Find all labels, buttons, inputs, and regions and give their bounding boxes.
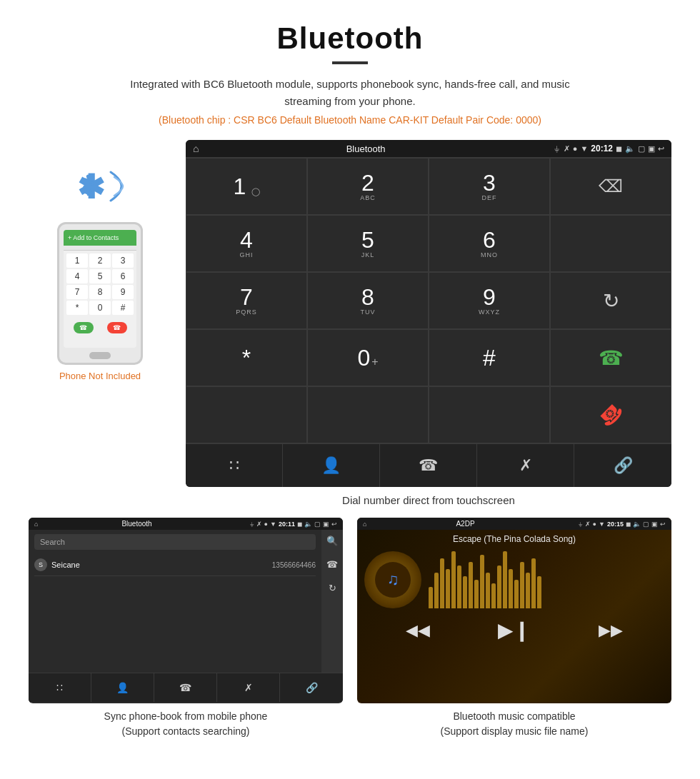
- call-red-icon: ☎: [594, 398, 628, 432]
- svg-text:⚕: ⚕: [80, 171, 95, 201]
- dial-num-1: 1: [233, 174, 246, 199]
- phonebook-item: ⌂ Bluetooth ⏚ ✗ ● ▼ 20:11 ◼ 🔈 ▢ ▣ ↩: [29, 518, 343, 739]
- status-time: 20:12: [591, 144, 613, 154]
- viz-bar-6: [457, 566, 461, 608]
- viz-bar-4: [446, 569, 450, 608]
- search-placeholder: Search: [40, 538, 65, 546]
- toolbar-btn-grid[interactable]: ∷: [186, 444, 283, 487]
- contact-letter-s: S: [34, 558, 47, 571]
- pb-status-icons: ✗ ● ▼ 20:11 ◼ 🔈 ▢ ▣ ↩: [256, 521, 337, 528]
- dial-key-6[interactable]: 6 MNO: [429, 215, 550, 272]
- pb-time: 20:11: [279, 521, 295, 528]
- dial-screen-wrap: ⌂ Bluetooth ⏚ ✗ ● ▼ 20:12 ◼ 🔈 ▢ ▣ ↩: [186, 140, 671, 487]
- music-close-icon: ▢: [643, 521, 649, 528]
- dial-num-3: 3: [482, 171, 497, 194]
- bluetooth-status-icon: ✗: [564, 144, 570, 154]
- music-back-icon: ↩: [660, 521, 666, 528]
- viz-bar-14: [503, 551, 507, 608]
- call-green-icon: ☎: [599, 346, 624, 370]
- dial-key-3[interactable]: 3 DEF: [429, 158, 550, 215]
- dial-key-refresh[interactable]: ↻: [550, 272, 671, 329]
- phone-key-9: 9: [112, 285, 134, 299]
- dial-sub-2: ABC: [360, 194, 376, 201]
- pb-loc-icon: ●: [264, 521, 268, 528]
- viz-bar-5: [451, 551, 456, 608]
- dial-key-backspace[interactable]: ⌫: [550, 158, 671, 215]
- contact-row: S Seicane 13566664466: [34, 554, 316, 576]
- viz-bar-3: [440, 558, 444, 608]
- window-icon: ▣: [648, 144, 655, 154]
- dial-key-7[interactable]: 7 PQRS: [186, 272, 307, 329]
- phone-key-7: 7: [66, 285, 88, 299]
- prev-button[interactable]: ◀◀: [406, 621, 430, 640]
- song-title: Escape (The Pina Colada Song): [357, 530, 671, 544]
- phone-key-3: 3: [112, 253, 134, 268]
- dial-num-star: *: [242, 346, 251, 369]
- contact-name: Seicane: [51, 561, 272, 569]
- viz-bar-19: [531, 558, 536, 608]
- dial-num-0: 0: [357, 346, 370, 369]
- next-button[interactable]: ▶▶: [599, 621, 623, 640]
- pb-refresh-icon[interactable]: ↻: [329, 583, 336, 593]
- pb-phone-icon[interactable]: ☎: [326, 559, 338, 570]
- pb-back-icon: ↩: [331, 521, 337, 528]
- bluetooth-waves-icon: ✱ ⚕: [71, 161, 129, 211]
- search-bar[interactable]: Search: [34, 534, 316, 550]
- volume-icon: 🔈: [625, 144, 635, 154]
- music-bt-icon: ✗: [585, 521, 591, 528]
- page-header: Bluetooth Integrated with BC6 Bluetooth …: [0, 0, 700, 133]
- dial-key-hash[interactable]: #: [429, 329, 550, 386]
- dial-num-7: 7: [236, 286, 257, 308]
- pb-toolbar-grid[interactable]: ∷: [29, 673, 91, 702]
- music-usb-icon: ⏚: [579, 521, 582, 528]
- dial-caption: Dial number direct from touchscreen: [157, 494, 700, 506]
- location-icon: ●: [573, 144, 578, 153]
- viz-bar-1: [429, 587, 433, 608]
- dial-key-2[interactable]: 2 ABC: [307, 158, 429, 215]
- dial-key-8[interactable]: 8 TUV: [307, 272, 429, 329]
- dial-screen: ⌂ Bluetooth ⏚ ✗ ● ▼ 20:12 ◼ 🔈 ▢ ▣ ↩: [186, 140, 671, 487]
- dial-screen-title: Bluetooth: [186, 144, 550, 154]
- toolbar-btn-bluetooth[interactable]: ✗: [477, 444, 574, 487]
- music-screen-title: A2DP: [357, 520, 576, 528]
- dial-key-1[interactable]: 1 ◯: [186, 158, 307, 215]
- dial-key-0[interactable]: 0 +: [307, 329, 429, 386]
- phone-mockup: + Add to Contacts 1 2 3 4 5 6 7 8 9 * 0: [57, 222, 143, 365]
- dial-key-call-green[interactable]: ☎: [550, 329, 671, 386]
- play-pause-button[interactable]: ▶❙: [498, 618, 530, 642]
- toolbar-btn-phone[interactable]: ☎: [380, 444, 477, 487]
- viz-bar-7: [463, 576, 467, 608]
- pb-toolbar-bluetooth[interactable]: ✗: [217, 673, 280, 702]
- music-sig-icon: ▼: [599, 521, 605, 528]
- phone-screen-top: + Add to Contacts: [64, 230, 136, 246]
- dial-num-9: 9: [479, 286, 500, 308]
- dial-key-star[interactable]: *: [186, 329, 307, 386]
- backspace-icon: ⌫: [599, 176, 623, 196]
- music-main: ♫: [357, 551, 671, 608]
- viz-bar-17: [520, 562, 524, 608]
- dial-key-9[interactable]: 9 WXYZ: [429, 272, 550, 329]
- pb-close-icon: ▢: [314, 521, 321, 528]
- dial-sub-4: GHI: [239, 251, 253, 258]
- dial-key-5[interactable]: 5 JKL: [307, 215, 429, 272]
- viz-bar-18: [526, 573, 530, 608]
- phone-key-5: 5: [89, 269, 111, 283]
- dial-key-4[interactable]: 4 GHI: [186, 215, 307, 272]
- music-visualizer: [429, 551, 664, 608]
- pb-toolbar-link[interactable]: 🔗: [280, 673, 343, 702]
- dial-bottom-toolbar: ∷ 👤 ☎ ✗ 🔗: [186, 443, 671, 487]
- pb-toolbar-person[interactable]: 👤: [91, 673, 154, 702]
- pb-right-panel: 🔍 ☎ ↻: [321, 530, 343, 673]
- phone-key-1: 1: [66, 253, 88, 268]
- pb-toolbar-phone[interactable]: ☎: [154, 673, 217, 702]
- viz-bar-20: [537, 576, 541, 608]
- main-content: ✱ ⚕ + Add to Contacts 1 2 3: [0, 133, 700, 487]
- toolbar-btn-link[interactable]: 🔗: [574, 444, 671, 487]
- phone-key-2: 2: [89, 253, 111, 268]
- dial-num-5: 5: [361, 228, 375, 251]
- dial-key-call-red[interactable]: ☎: [550, 386, 671, 443]
- music-status-icons: ✗ ● ▼ 20:15 ◼ 🔈 ▢ ▣ ↩: [585, 521, 666, 528]
- pb-search-icon[interactable]: 🔍: [326, 536, 338, 546]
- dial-num-2: 2: [360, 171, 376, 194]
- toolbar-btn-person[interactable]: 👤: [283, 444, 380, 487]
